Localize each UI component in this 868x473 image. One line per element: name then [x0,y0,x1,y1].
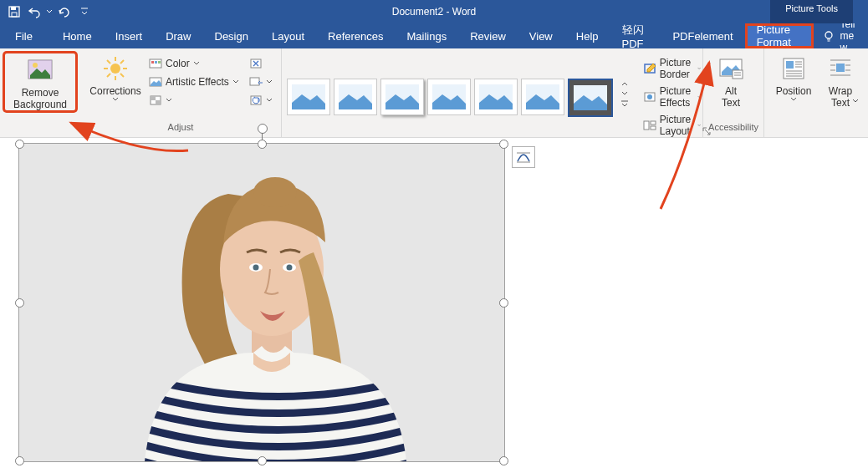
corrections-label: Corrections [89,85,140,97]
compress-icon [249,57,263,70]
resize-handle-tl[interactable] [15,140,24,149]
resize-handle-ml[interactable] [15,298,24,308]
tab-references[interactable]: References [316,23,395,48]
dialog-launcher-icon [702,127,711,135]
svg-rect-42 [651,121,656,125]
style-thumb-5[interactable] [474,79,518,115]
transparency-button[interactable] [146,92,243,109]
svg-point-9 [33,63,38,68]
picture-effects-button[interactable]: Picture Effects [640,84,704,110]
gallery-down-button[interactable] [618,89,631,99]
position-label: Position [776,85,812,97]
redo-button[interactable] [55,3,74,21]
tab-pdfelement[interactable]: PDFelement [661,23,744,48]
resize-handle-tm[interactable] [258,140,267,149]
save-button[interactable] [5,3,23,21]
transparency-icon [149,94,162,107]
chevron-down-icon [166,98,172,103]
tab-insert[interactable]: Insert [104,23,155,48]
style-thumb-6[interactable] [521,79,564,115]
color-palette-icon [149,57,162,70]
picture-layout-button[interactable]: Picture Layout [640,112,704,139]
svg-rect-49 [786,61,794,69]
chevron-down-icon [790,97,797,102]
gallery-up-button[interactable] [618,79,631,89]
selected-picture[interactable] [18,143,505,462]
alt-text-l2: Text [722,97,740,109]
customize-qat-button[interactable] [75,3,94,21]
lightbulb-icon [822,29,835,43]
chevron-down-icon [697,66,701,71]
tab-file[interactable]: File [0,23,51,48]
tab-review[interactable]: Review [458,23,518,48]
svg-rect-56 [836,64,845,72]
artistic-effects-button[interactable]: Artistic Effects [146,74,243,90]
title-bar: Document2 - Word Picture Tools [0,0,868,23]
artistic-effects-icon [149,75,162,89]
resize-handle-mr[interactable] [499,298,508,308]
resize-handle-bm[interactable] [258,456,267,465]
tab-layout[interactable]: Layout [260,23,316,48]
resize-handle-bl[interactable] [15,456,24,465]
color-button[interactable]: Color [146,55,243,72]
tab-view[interactable]: View [518,23,564,48]
alt-text-button[interactable]: Alt Text [708,52,753,109]
tab-lightpdf[interactable]: 轻闪PDF [610,23,661,48]
picture-border-button[interactable]: Picture Border [640,55,704,82]
alt-text-l1: Alt [725,85,737,97]
gallery-more-button[interactable] [618,99,631,109]
style-thumb-2[interactable] [334,79,377,115]
layout-label: Picture Layout [660,114,694,137]
undo-more-button[interactable] [45,3,54,21]
svg-point-40 [647,94,652,99]
chevron-down-icon [193,61,200,66]
style-thumb-1[interactable] [287,79,330,115]
svg-point-70 [287,265,293,271]
reset-icon [249,94,263,107]
chevron-down-icon [620,89,629,98]
wrap-text-button[interactable]: Wrap Text [818,52,863,114]
tab-design[interactable]: Design [203,23,260,48]
tab-help[interactable]: Help [564,23,610,48]
resize-handle-br[interactable] [499,456,508,465]
corrections-button[interactable]: Corrections [85,52,146,102]
ribbon: Remove Background Corrections Color [0,48,868,138]
compress-pictures-button[interactable] [246,55,276,72]
svg-point-10 [110,64,120,74]
svg-rect-43 [651,126,656,130]
svg-line-15 [107,60,110,64]
resize-handle-tr[interactable] [499,140,508,149]
more-icon [620,99,629,108]
document-area[interactable] [0,138,868,473]
layout-options-button[interactable] [512,146,535,168]
picture-styles-gallery[interactable] [287,74,631,117]
change-picture-button[interactable] [246,74,276,90]
border-icon [643,62,656,75]
position-button[interactable]: Position [769,52,818,102]
style-thumb-7[interactable] [568,79,613,117]
svg-point-66 [253,177,297,207]
layout-options-icon [516,150,531,164]
effects-label: Picture Effects [660,85,694,109]
border-label: Picture Border [660,57,694,80]
tell-me-search[interactable]: Tell me w [814,23,869,48]
style-thumb-3[interactable] [380,79,424,115]
chevron-down-icon [266,98,273,103]
layout-icon [643,119,656,132]
rotate-handle[interactable] [258,124,268,134]
tab-picture-format[interactable]: Picture Format [745,23,814,48]
svg-point-4 [825,32,832,38]
chevron-down-icon [112,97,119,102]
style-thumb-4[interactable] [427,79,471,115]
chevron-down-icon [47,9,52,14]
tab-home[interactable]: Home [51,23,104,48]
reset-picture-button[interactable] [246,92,276,109]
svg-line-16 [120,74,124,77]
tab-mailings[interactable]: Mailings [396,23,459,48]
chevron-down-icon [697,94,701,99]
styles-dialog-launcher[interactable] [702,126,711,135]
remove-background-button[interactable]: Remove Background [5,53,75,110]
tab-draw[interactable]: Draw [154,23,202,48]
undo-button[interactable] [25,3,43,21]
remove-background-icon [27,57,54,84]
